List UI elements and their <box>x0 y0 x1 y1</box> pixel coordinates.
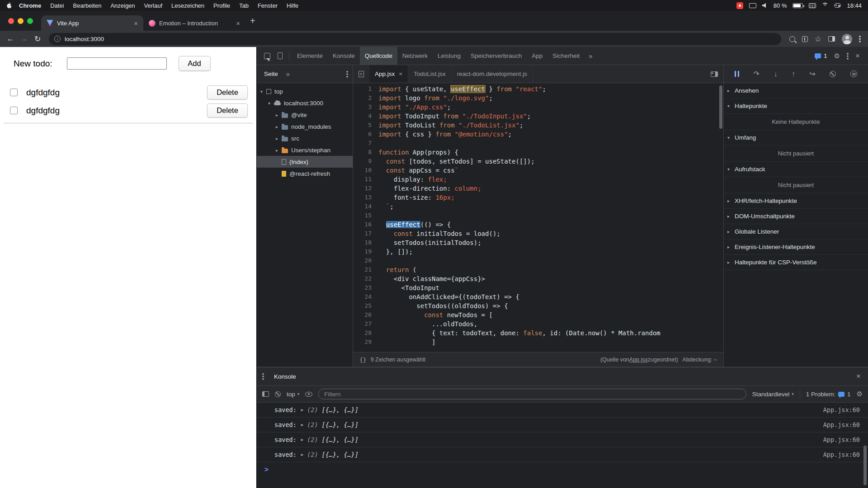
pause-on-exceptions-icon[interactable] <box>850 70 857 77</box>
devtools-tab-app[interactable]: App <box>527 47 547 65</box>
apple-menu-icon[interactable] <box>6 2 13 9</box>
editor-tab-app.jsx[interactable]: App.jsx× <box>369 65 408 83</box>
console-prompt[interactable]: > <box>257 462 868 476</box>
save-icon[interactable] <box>802 36 808 42</box>
tab-close-icon[interactable]: × <box>399 70 402 77</box>
expand-arrow-icon[interactable]: ▶ <box>301 452 303 457</box>
editor-scrollbar-thumb[interactable] <box>719 85 722 129</box>
control-center-icon[interactable] <box>834 3 841 8</box>
new-todo-input[interactable] <box>67 57 167 70</box>
deactivate-breakpoints-icon[interactable] <box>830 71 836 77</box>
add-todo-button[interactable]: Add <box>179 56 211 71</box>
address-bar[interactable]: i localhost:3000 <box>49 33 781 45</box>
browser-tab[interactable]: Emotion – Introduction× <box>143 15 245 31</box>
browser-menu-kebab-icon[interactable] <box>859 35 861 42</box>
source-link[interactable]: App.jsx:60 <box>823 436 860 443</box>
tree-item-@react-refresh[interactable]: @react-refresh <box>257 168 353 179</box>
browser-tab[interactable]: Vite App× <box>41 15 143 31</box>
volume-icon[interactable] <box>762 3 768 8</box>
navigator-more-tabs-icon[interactable]: » <box>286 70 290 78</box>
editor-tab-todolist.jsx[interactable]: TodoList.jsx <box>408 65 452 83</box>
editor-scrollbar[interactable] <box>718 83 723 352</box>
debugger-section-haltepunkte[interactable]: ▾Haltepunkte <box>724 99 868 114</box>
source-link[interactable]: App.jsx:60 <box>823 451 860 458</box>
back-button[interactable]: ← <box>4 34 17 43</box>
expand-arrow-icon[interactable]: ▶ <box>301 408 303 412</box>
menu-item-fenster[interactable]: Fenster <box>253 2 282 9</box>
minimize-window-button[interactable] <box>18 18 24 24</box>
devtools-tab-sicherheit[interactable]: Sicherheit <box>547 47 585 65</box>
menu-item-tab[interactable]: Tab <box>235 2 253 9</box>
tree-item-src[interactable]: ▸src <box>257 132 353 144</box>
devtools-tab-elemente[interactable]: Elemente <box>292 47 328 65</box>
tree-caret-icon[interactable]: ▾ <box>260 89 266 94</box>
tab-page[interactable]: Seite <box>261 70 281 77</box>
delete-todo-button[interactable]: Delete <box>207 103 248 117</box>
screen-recording-indicator[interactable] <box>736 2 743 9</box>
menu-item-lesezeichen[interactable]: Lesezeichen <box>167 2 209 9</box>
tree-item-localhost-3000[interactable]: ▾localhost:3000 <box>257 97 353 109</box>
file-navigator-icon[interactable] <box>353 65 369 83</box>
devtools-tab-leistung[interactable]: Leistung <box>433 47 466 65</box>
display-icon[interactable] <box>749 3 756 8</box>
devtools-menu-kebab-icon[interactable] <box>847 52 849 60</box>
console-filter-input[interactable] <box>318 389 746 399</box>
pretty-print-icon[interactable]: {} <box>359 357 367 363</box>
menu-item-verlauf[interactable]: Verlauf <box>140 2 167 9</box>
side-panel-icon[interactable] <box>828 36 835 42</box>
navigator-kebab-icon[interactable] <box>346 70 348 78</box>
debugger-section-dom-umschaltpunkte[interactable]: ▸DOM-Umschaltpunkte <box>724 209 868 224</box>
expand-arrow-icon[interactable]: ▶ <box>301 422 303 427</box>
tree-item-(index)[interactable]: (Index) <box>257 156 353 168</box>
source-link[interactable]: App.jsx:60 <box>823 421 860 428</box>
device-toolbar-icon[interactable] <box>278 52 283 59</box>
tree-caret-icon[interactable]: ▾ <box>268 101 274 106</box>
code-editor[interactable]: 1import { useState, useEffect } from "re… <box>353 83 723 352</box>
tree-caret-icon[interactable]: ▸ <box>276 124 282 129</box>
issues-indicator[interactable]: 1 <box>815 52 827 59</box>
fullscreen-window-button[interactable] <box>27 18 33 24</box>
menu-item-chrome[interactable]: Chrome <box>14 2 46 9</box>
site-info-icon[interactable]: i <box>54 36 61 42</box>
todo-checkbox[interactable] <box>10 107 18 114</box>
live-expression-eye-icon[interactable] <box>305 392 312 397</box>
tree-caret-icon[interactable]: ▸ <box>276 113 282 117</box>
tab-console[interactable]: Konsole <box>268 367 302 385</box>
tab-close-icon[interactable]: × <box>236 19 240 27</box>
context-selector[interactable]: top ▾ <box>287 391 299 398</box>
tree-item-@vite[interactable]: ▸@vite <box>257 109 353 121</box>
new-tab-button[interactable]: + <box>245 16 260 26</box>
drawer-close-icon[interactable]: × <box>856 372 863 381</box>
debugger-section-xhr-fetch-haltepunkte[interactable]: ▸XHR/fetch-Haltepunkte <box>724 193 868 209</box>
tree-caret-icon[interactable]: ▸ <box>276 136 282 141</box>
inspect-element-icon[interactable] <box>264 53 270 59</box>
debugger-section-haltepunkte-f-r-csp-verst-e[interactable]: ▸Haltepunkte für CSP-Verstöße <box>724 255 868 270</box>
debugger-section-umfang[interactable]: ▾Umfang <box>724 130 868 145</box>
close-window-button[interactable] <box>8 18 14 24</box>
pause-resume-icon[interactable] <box>735 71 739 77</box>
menu-item-profile[interactable]: Profile <box>209 2 235 9</box>
devtools-tab-konsole[interactable]: Konsole <box>328 47 360 65</box>
reload-button[interactable]: ↻ <box>31 34 44 44</box>
tree-item-node-modules[interactable]: ▸node_modules <box>257 121 353 132</box>
devtools-close-icon[interactable]: × <box>855 52 860 61</box>
debugger-section-globale-listener[interactable]: ▸Globale Listener <box>724 224 868 239</box>
menu-item-anzeigen[interactable]: Anzeigen <box>106 2 139 9</box>
console-scrollbar-thumb[interactable] <box>863 446 867 485</box>
problems-indicator[interactable]: 1 Problem: 1 <box>806 391 851 398</box>
battery-icon[interactable] <box>793 3 803 8</box>
delete-todo-button[interactable]: Delete <box>207 85 248 99</box>
forward-button[interactable]: → <box>17 34 31 43</box>
tree-item-users-stephan[interactable]: ▸Users/stephan <box>257 144 353 156</box>
devtools-tab-quellcode[interactable]: Quellcode <box>360 47 397 65</box>
wifi-icon[interactable] <box>822 3 828 8</box>
todo-checkbox[interactable] <box>10 89 18 96</box>
console-settings-gear-icon[interactable]: ⚙ <box>857 390 863 398</box>
menu-item-datei[interactable]: Datei <box>46 2 68 9</box>
menu-item-bearbeiten[interactable]: Bearbeiten <box>68 2 106 9</box>
debugger-section-ansehen[interactable]: ▸Ansehen <box>724 83 868 99</box>
debugger-section-ereignis-listener-haltepunkte[interactable]: ▸Ereignis-Listener-Haltepunkte <box>724 239 868 255</box>
menu-item-hilfe[interactable]: Hilfe <box>282 2 303 9</box>
bookmark-star-icon[interactable]: ☆ <box>815 35 821 43</box>
keyboard-icon[interactable] <box>809 3 816 8</box>
